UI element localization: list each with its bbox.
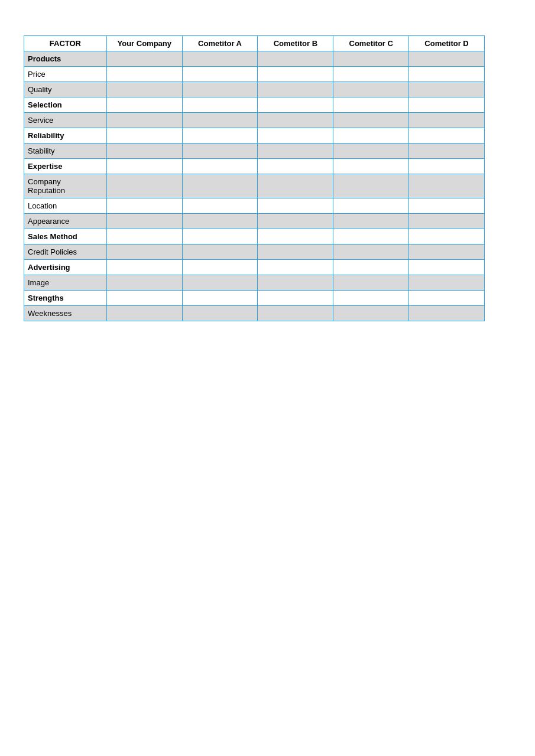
data-cell (182, 113, 258, 128)
data-cell (258, 128, 333, 144)
factor-label: Strengths (24, 291, 107, 306)
data-cell (409, 229, 485, 245)
header-your-company: Your Company (106, 36, 182, 51)
data-cell (182, 229, 258, 245)
data-cell (106, 67, 182, 82)
data-cell (106, 214, 182, 229)
factor-label: Quality (24, 82, 107, 97)
data-cell (258, 291, 333, 306)
table-row: Company Reputation (24, 174, 485, 198)
factor-label: Sales Method (24, 229, 107, 245)
data-cell (409, 198, 485, 214)
data-cell (333, 67, 409, 82)
data-cell (258, 67, 333, 82)
data-cell (333, 260, 409, 275)
table-row: Advertising (24, 260, 485, 275)
data-cell (106, 144, 182, 159)
data-cell (106, 51, 182, 67)
data-cell (182, 174, 258, 198)
table-row: Price (24, 67, 485, 82)
data-cell (106, 306, 182, 321)
data-cell (333, 174, 409, 198)
data-cell (182, 67, 258, 82)
data-cell (106, 159, 182, 174)
data-cell (409, 51, 485, 67)
data-cell (409, 306, 485, 321)
table-row: Reliability (24, 128, 485, 144)
data-cell (106, 82, 182, 97)
table-row: Sales Method (24, 229, 485, 245)
header-cometitor-b: Cometitor B (258, 36, 333, 51)
data-cell (409, 214, 485, 229)
data-cell (106, 128, 182, 144)
data-cell (106, 229, 182, 245)
data-cell (333, 245, 409, 260)
data-cell (182, 128, 258, 144)
data-cell (182, 82, 258, 97)
factor-label: Reliability (24, 128, 107, 144)
data-cell (106, 260, 182, 275)
table-row: Quality (24, 82, 485, 97)
data-cell (333, 82, 409, 97)
data-cell (409, 67, 485, 82)
factor-label: Selection (24, 97, 107, 113)
data-cell (106, 174, 182, 198)
page-container: FACTOR Your Company Cometitor A Cometito… (0, 0, 535, 357)
data-cell (409, 128, 485, 144)
table-header-row: FACTOR Your Company Cometitor A Cometito… (24, 36, 485, 51)
data-cell (258, 174, 333, 198)
data-cell (182, 275, 258, 291)
data-cell (106, 198, 182, 214)
data-cell (182, 198, 258, 214)
factor-label: Appearance (24, 214, 107, 229)
data-cell (182, 51, 258, 67)
data-cell (333, 214, 409, 229)
data-cell (182, 97, 258, 113)
data-cell (258, 229, 333, 245)
data-cell (182, 306, 258, 321)
data-cell (258, 306, 333, 321)
data-cell (258, 275, 333, 291)
comparison-table: FACTOR Your Company Cometitor A Cometito… (24, 35, 485, 321)
data-cell (333, 159, 409, 174)
data-cell (333, 306, 409, 321)
header-cometitor-c: Cometitor C (333, 36, 409, 51)
data-cell (333, 113, 409, 128)
factor-label: Weeknesses (24, 306, 107, 321)
data-cell (106, 291, 182, 306)
factor-label: Credit Policies (24, 245, 107, 260)
data-cell (258, 260, 333, 275)
factor-label: Price (24, 67, 107, 82)
table-row: Credit Policies (24, 245, 485, 260)
factor-label: Advertising (24, 260, 107, 275)
table-row: Weeknesses (24, 306, 485, 321)
data-cell (333, 51, 409, 67)
data-cell (106, 275, 182, 291)
data-cell (258, 97, 333, 113)
data-cell (409, 245, 485, 260)
table-row: Service (24, 113, 485, 128)
header-factor: FACTOR (24, 36, 107, 51)
data-cell (182, 214, 258, 229)
data-cell (333, 275, 409, 291)
table-row: Selection (24, 97, 485, 113)
data-cell (258, 51, 333, 67)
data-cell (258, 214, 333, 229)
data-cell (333, 144, 409, 159)
factor-label: Location (24, 198, 107, 214)
header-cometitor-a: Cometitor A (182, 36, 258, 51)
data-cell (106, 245, 182, 260)
table-row: Expertise (24, 159, 485, 174)
data-cell (409, 260, 485, 275)
factor-label: Service (24, 113, 107, 128)
data-cell (333, 97, 409, 113)
factor-label: Company Reputation (24, 174, 107, 198)
data-cell (409, 291, 485, 306)
header-cometitor-d: Cometitor D (409, 36, 485, 51)
data-cell (182, 291, 258, 306)
data-cell (182, 260, 258, 275)
table-row: Products (24, 51, 485, 67)
data-cell (182, 159, 258, 174)
data-cell (409, 113, 485, 128)
factor-label: Products (24, 51, 107, 67)
